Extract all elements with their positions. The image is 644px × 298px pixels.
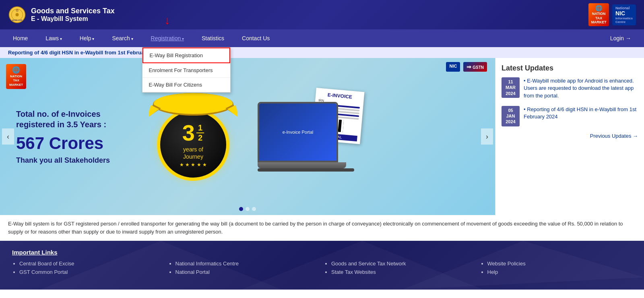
- medal-half-top: 1: [196, 123, 204, 133]
- banner-left-text: Total no. of e-Invoices registered in 3.…: [16, 109, 137, 165]
- laptop-screen: e-Invoice Portal: [258, 102, 338, 162]
- nation-tax-market-logo: 🌐 NATION TAX MARKET: [588, 3, 609, 26]
- nav-help-dropdown: Help: [71, 29, 103, 47]
- links-col-4: Website Policies Help: [480, 261, 632, 277]
- main-content: 🌐 NATION TAX MARKET NIC ⇒ GSTN ‹ Total n…: [0, 58, 644, 215]
- svg-point-6: [154, 93, 233, 114]
- links-grid: Central Board of Excise GST Common Porta…: [12, 261, 632, 277]
- search-caret-icon: [130, 35, 133, 41]
- nav-help[interactable]: Help: [71, 29, 103, 47]
- nav-statistics[interactable]: Statistics: [193, 29, 233, 47]
- svg-point-2: [16, 13, 19, 17]
- nav-home[interactable]: Home: [4, 29, 37, 47]
- link-national-informatics[interactable]: National Informatics Centre: [175, 261, 320, 267]
- important-links-section: Important Links Central Board of Excise …: [0, 241, 644, 290]
- description-bar: E-Way bill system is for GST registered …: [0, 215, 644, 241]
- update-text-1: E-Waybill mobile app for Android is enha…: [524, 78, 634, 98]
- nav-right: Login →: [601, 29, 640, 47]
- registration-caret-icon: [181, 35, 184, 41]
- nav-login[interactable]: Login →: [601, 29, 640, 47]
- banner-logos: NIC ⇒ GSTN: [446, 62, 487, 72]
- carousel-next-button[interactable]: ›: [481, 128, 493, 145]
- svg-text:🦁: 🦁: [16, 9, 19, 12]
- nav-contact-us[interactable]: Contact Us: [233, 29, 279, 47]
- nav-registration[interactable]: Registration: [142, 29, 193, 47]
- nav-search[interactable]: Search: [103, 29, 142, 47]
- dropdown-eway-bill-citizens[interactable]: E-Way Bill For Citizens: [142, 78, 230, 92]
- medal-text: years of Journey: [183, 146, 203, 160]
- links-col-1: Central Board of Excise GST Common Porta…: [12, 261, 164, 277]
- header-right: 🌐 NATION TAX MARKET National NIC Informa…: [588, 3, 636, 26]
- banner-thank-you: Thank you all Stakeholders: [16, 156, 137, 165]
- laptop-stand: [258, 168, 354, 172]
- medal-number: 3: [182, 122, 195, 144]
- latest-updates-title: Latest Updates: [502, 64, 638, 72]
- link-website-policies[interactable]: Website Policies: [487, 261, 632, 267]
- link-gst-network[interactable]: Goods and Service Tax Network: [331, 261, 476, 267]
- carousel-dot-1[interactable]: [239, 207, 243, 211]
- update-date-2: 05 JAN 2024: [502, 106, 520, 126]
- important-links-title: Important Links: [12, 249, 632, 256]
- link-help[interactable]: Help: [487, 269, 632, 275]
- previous-updates-link[interactable]: Previous Updates →: [502, 133, 638, 139]
- india-emblem-icon: 🦁 सत्यमेव जयते: [8, 6, 26, 24]
- update-text-2: Reporting of 4/6 digit HSN in e-Waybill …: [524, 106, 636, 120]
- registration-dropdown-menu: E-Way Bill Registration Enrolment For Tr…: [142, 47, 231, 93]
- ribbon-top: [149, 92, 237, 116]
- header-left: 🦁 सत्यमेव जयते Goods and Services Tax E …: [8, 6, 115, 24]
- banner-area: 🌐 NATION TAX MARKET NIC ⇒ GSTN ‹ Total n…: [0, 58, 495, 215]
- ticker-bar: Reporting of 4/6 digit HSN in e-Waybill …: [0, 47, 644, 58]
- links-col-2: National Informatics Centre National Por…: [168, 261, 320, 277]
- laptop-screen-content: e-Invoice Portal: [259, 103, 336, 161]
- update-date-1: 11 MAR 2024: [502, 77, 520, 98]
- banner-crores: 567 Crores: [16, 134, 137, 153]
- laptop-area: E-INVOICE IRN: [250, 102, 362, 172]
- medal-circle: 3 1 2 years of Journey ★ ★ ★ ★ ★: [157, 108, 229, 181]
- nav-laws-dropdown: Laws: [37, 29, 70, 47]
- medal-stars: ★ ★ ★ ★ ★: [180, 162, 207, 168]
- header-title-line2: E - Waybill System: [31, 15, 115, 23]
- login-arrow-icon: →: [625, 35, 631, 41]
- banner-content: Total no. of e-Invoices registered in 3.…: [0, 84, 495, 189]
- header-title: Goods and Services Tax E - Waybill Syste…: [31, 7, 115, 23]
- dropdown-eway-bill-registration[interactable]: E-Way Bill Registration: [142, 48, 230, 63]
- header-logos: 🌐 NATION TAX MARKET National NIC Informa…: [588, 3, 636, 26]
- latest-updates-panel: Latest Updates 11 MAR 2024 • E-Waybill m…: [495, 58, 644, 215]
- medal-fraction-display: 3 1 2: [182, 122, 204, 144]
- medal-half-bottom: 2: [196, 133, 204, 143]
- laptop-base: [258, 162, 346, 168]
- help-caret-icon: [91, 35, 95, 41]
- carousel-dots: [239, 207, 256, 211]
- banner-nic-badge: NIC: [446, 62, 460, 72]
- medal-half: 1 2: [196, 122, 204, 143]
- dropdown-enrolment-transporters[interactable]: Enrolment For Transporters: [142, 63, 230, 78]
- ticker-text: Reporting of 4/6 digit HSN in e-Waybill …: [8, 50, 162, 56]
- medal-area: 3 1 2 years of Journey ★ ★ ★ ★ ★: [137, 92, 250, 181]
- banner-gstn-badge: ⇒ GSTN: [463, 62, 487, 72]
- header-title-line1: Goods and Services Tax: [31, 7, 115, 15]
- nav-registration-dropdown: ↓ Registration E-Way Bill Registration E…: [142, 29, 193, 47]
- laptop-wrapper: E-INVOICE IRN: [258, 102, 354, 172]
- nic-logo: National NIC Informatics Centre: [612, 4, 636, 25]
- links-col-3: Goods and Service Tax Network State Tax …: [324, 261, 476, 277]
- nav-search-dropdown: Search: [103, 29, 142, 47]
- link-state-tax[interactable]: State Tax Websites: [331, 269, 476, 275]
- description-text: E-Way bill system is for GST registered …: [8, 221, 623, 235]
- banner-total-text: Total no. of e-Invoices registered in 3.…: [16, 109, 137, 130]
- navbar: Home Laws Help Search ↓ Registration E-W…: [0, 29, 644, 47]
- header: 🦁 सत्यमेव जयते Goods and Services Tax E …: [0, 0, 644, 29]
- link-central-board-excise[interactable]: Central Board of Excise: [19, 261, 164, 267]
- update-item-2: 05 JAN 2024 • Reporting of 4/6 digit HSN…: [502, 106, 638, 126]
- carousel-dot-2[interactable]: [246, 207, 250, 211]
- nav-laws[interactable]: Laws: [37, 29, 70, 47]
- link-gst-common-portal[interactable]: GST Common Portal: [19, 269, 164, 275]
- carousel-prev-button[interactable]: ‹: [2, 128, 14, 145]
- nation-tax-banner-logo: 🌐 NATION TAX MARKET: [6, 64, 26, 89]
- update-item-1: 11 MAR 2024 • E-Waybill mobile app for A…: [502, 77, 638, 99]
- svg-text:सत्यमेव जयते: सत्यमेव जयते: [12, 19, 22, 21]
- carousel-dot-3[interactable]: [252, 207, 256, 211]
- link-national-portal[interactable]: National Portal: [175, 269, 320, 275]
- laws-caret-icon: [59, 35, 62, 41]
